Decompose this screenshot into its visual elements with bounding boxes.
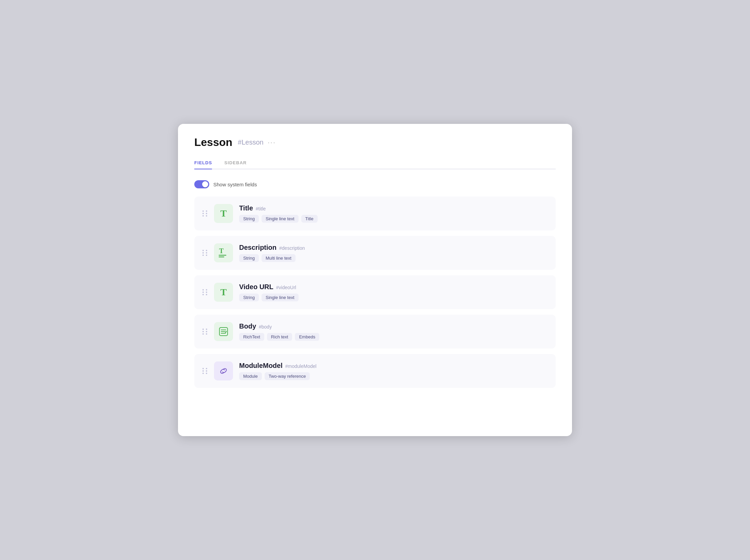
tab-sidebar[interactable]: SIDEBAR	[224, 157, 247, 169]
t-icon: T	[220, 208, 227, 219]
main-window: Lesson #Lesson ··· FIELDS SIDEBAR Show s…	[178, 124, 572, 436]
field-hash-title: #title	[256, 206, 266, 211]
field-name-row-body: Body #body	[239, 322, 319, 330]
field-card-description: T Description #description String Multi …	[194, 236, 556, 270]
tab-bar: FIELDS SIDEBAR	[194, 157, 556, 169]
show-system-fields-toggle[interactable]	[194, 180, 209, 188]
tag-string-desc[interactable]: String	[239, 254, 259, 262]
field-icon-modulemodel	[214, 361, 233, 380]
toggle-knob	[202, 181, 208, 187]
field-tags-videourl: String Single line text	[239, 294, 299, 301]
page-title: Lesson	[194, 136, 232, 149]
tag-multiline[interactable]: Multi line text	[262, 254, 296, 262]
field-name-videourl: Video URL	[239, 283, 273, 291]
link-icon	[218, 366, 229, 376]
field-card-modulemodel: ModuleModel #moduleModel Module Two-way …	[194, 354, 556, 388]
field-name-modulemodel: ModuleModel	[239, 362, 283, 370]
tag-title[interactable]: Title	[301, 215, 318, 223]
field-card-body: Body #body RichText Rich text Embeds	[194, 315, 556, 349]
field-name-title: Title	[239, 204, 253, 212]
drag-handle-description[interactable]	[202, 250, 208, 256]
field-name-body: Body	[239, 322, 256, 330]
field-icon-videourl: T	[214, 283, 233, 302]
header: Lesson #Lesson ··· FIELDS SIDEBAR	[178, 124, 572, 169]
field-name-row-videourl: Video URL #videoUrl	[239, 283, 299, 291]
field-name-row-title: Title #title	[239, 204, 318, 212]
field-info-title: Title #title String Single line text Tit…	[239, 204, 318, 223]
field-name-row-modulemodel: ModuleModel #moduleModel	[239, 362, 317, 370]
field-tags-title: String Single line text Title	[239, 215, 318, 223]
tag-string-video[interactable]: String	[239, 294, 259, 301]
drag-handle-title[interactable]	[202, 210, 208, 217]
field-card-title: T Title #title String Single line text T…	[194, 197, 556, 230]
richtext-icon	[218, 326, 229, 337]
tag-richtext[interactable]: RichText	[239, 333, 264, 341]
field-icon-body	[214, 322, 233, 341]
tag-embeds[interactable]: Embeds	[295, 333, 319, 341]
tag-string[interactable]: String	[239, 215, 259, 223]
page-title-hash: #Lesson	[238, 138, 264, 146]
tag-single-line-video[interactable]: Single line text	[262, 294, 299, 301]
toggle-row: Show system fields	[194, 180, 556, 188]
tab-fields[interactable]: FIELDS	[194, 157, 212, 169]
more-options-button[interactable]: ···	[268, 138, 276, 147]
field-icon-title: T	[214, 204, 233, 223]
field-tags-description: String Multi line text	[239, 254, 305, 262]
field-info-body: Body #body RichText Rich text Embeds	[239, 322, 319, 341]
field-tags-body: RichText Rich text Embeds	[239, 333, 319, 341]
field-name-description: Description	[239, 244, 276, 251]
t-icon-video: T	[220, 287, 227, 298]
tag-rich-text[interactable]: Rich text	[267, 333, 292, 341]
drag-handle-modulemodel[interactable]	[202, 368, 208, 374]
tag-module[interactable]: Module	[239, 372, 262, 380]
field-info-videourl: Video URL #videoUrl String Single line t…	[239, 283, 299, 301]
field-tags-modulemodel: Module Two-way reference	[239, 372, 317, 380]
field-icon-description: T	[214, 243, 233, 262]
field-hash-videourl: #videoUrl	[276, 285, 296, 290]
content-area: Show system fields T Title #title String…	[178, 169, 572, 410]
field-hash-modulemodel: #moduleModel	[285, 363, 317, 369]
field-card-videourl: T Video URL #videoUrl String Single line…	[194, 275, 556, 309]
tag-two-way-ref[interactable]: Two-way reference	[265, 372, 310, 380]
field-name-row-description: Description #description	[239, 244, 305, 251]
field-hash-description: #description	[279, 245, 305, 251]
tag-single-line[interactable]: Single line text	[262, 215, 299, 223]
field-info-modulemodel: ModuleModel #moduleModel Module Two-way …	[239, 362, 317, 380]
field-info-description: Description #description String Multi li…	[239, 244, 305, 262]
multiline-t-icon: T	[218, 248, 229, 258]
svg-text:T: T	[219, 248, 224, 255]
drag-handle-body[interactable]	[202, 329, 208, 335]
title-row: Lesson #Lesson ···	[194, 136, 556, 149]
field-hash-body: #body	[259, 324, 272, 330]
drag-handle-videourl[interactable]	[202, 289, 208, 295]
toggle-label: Show system fields	[213, 182, 257, 187]
